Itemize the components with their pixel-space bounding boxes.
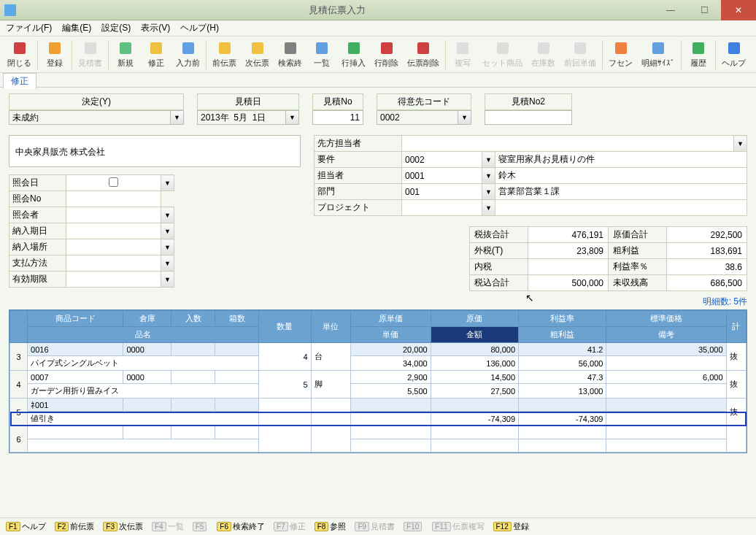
table-row[interactable]: ガーデン用折り畳みイス 5,500 27,500 13,000 [10,384,747,399]
table-row[interactable]: 6 [10,426,747,439]
toolbar-button[interactable]: ヘルプ [717,38,750,72]
toolbar-button[interactable]: 行挿入 [337,38,370,72]
inquiry-table: 照会日▼ 照会No 照会者▼ 納入期日▼ 納入場所▼ 支払方法▼ 有効期限▼ [9,174,174,288]
toolbar-label: 前回単価 [564,58,596,69]
subject-code[interactable]: 0002 [402,152,482,168]
function-key: F7修正 [274,521,306,532]
dropdown-icon[interactable]: ▼ [161,207,174,223]
function-key[interactable]: F1ヘルプ [6,521,46,532]
dropdown-icon[interactable]: ▼ [458,110,471,125]
fkey-badge: F5 [193,522,207,531]
fkey-label: 参照 [330,521,346,532]
toolbar-icon [180,40,196,56]
toolbar-label: 明細ｻｲｽﾞ [641,58,675,69]
toolbar-button[interactable]: 明細ｻｲｽﾞ [637,38,679,72]
inquiry-date-check[interactable] [69,177,158,187]
estimate-no-value[interactable]: 11 [312,110,363,125]
rep-text[interactable]: 鈴木 [495,168,747,184]
fkey-label: 前伝票 [70,521,94,532]
dropdown-icon[interactable]: ▼ [286,110,299,125]
maximize-button[interactable]: ☐ [687,0,721,20]
dept-code[interactable]: 001 [402,184,482,200]
dropdown-icon[interactable]: ▼ [482,200,495,216]
estimate-date-input[interactable] [197,110,286,125]
toolbar-label: 伝票削除 [407,58,439,69]
menu-settings[interactable]: 設定(S) [101,22,131,34]
svg-rect-6 [219,42,231,54]
svg-rect-20 [728,42,740,54]
table-row[interactable]: 値引き -74,309 -74,309 [10,412,747,426]
company-name: 中央家具販売 株式会社 [9,135,301,167]
dropdown-icon[interactable]: ▼ [161,239,174,255]
function-key[interactable]: F12登録 [493,521,529,532]
toolbar-button[interactable]: 一覧 [306,38,337,72]
menu-help[interactable]: ヘルプ(H) [180,22,219,34]
svg-rect-8 [285,42,296,54]
customer-code-input[interactable] [377,110,458,125]
toolbar-button[interactable]: フセン [604,38,637,72]
toolbar-icon [282,40,298,56]
mode-bar: 修正 [0,73,756,88]
inquiry-no-label: 照会No [9,191,66,207]
titlebar: 見積伝票入力 — ☐ ✕ [0,0,756,20]
fkey-badge: F1 [6,522,20,531]
toolbar-button[interactable]: 伝票削除 [403,38,444,72]
customer-code-label: 得意先コード [377,93,471,110]
close-button[interactable]: ✕ [721,0,756,20]
decision-input[interactable] [9,110,171,125]
dropdown-icon[interactable]: ▼ [482,184,495,200]
minimize-button[interactable]: — [654,0,687,20]
toolbar-icon [250,40,266,56]
function-key[interactable]: F2前伝票 [55,521,95,532]
dropdown-icon[interactable]: ▼ [161,223,174,239]
toolbar-button: 前回単価 [560,38,601,72]
dropdown-icon[interactable]: ▼ [482,152,495,168]
fkey-label: 検索終了 [233,521,265,532]
subject-text[interactable]: 寝室用家具お見積りの件 [495,152,747,168]
toolbar-button[interactable]: 検索終 [274,38,306,72]
mode-tab[interactable]: 修正 [3,73,36,89]
toolbar-icon [47,40,63,56]
dropdown-icon[interactable]: ▼ [161,255,174,272]
function-key[interactable]: F6検索終了 [217,521,265,532]
toolbar-button[interactable]: 行削除 [370,38,403,72]
toolbar-label: 複写 [455,58,471,69]
menubar: ファイル(F) 編集(E) 設定(S) 表示(V) ヘルプ(H) [0,20,756,36]
toolbar-icon [690,40,706,56]
table-row[interactable]: パイプ式シングルベット 34,000 136,000 56,000 [10,356,747,371]
dropdown-icon[interactable]: ▼ [161,175,174,191]
svg-rect-11 [381,42,393,54]
table-row[interactable]: 4 0007 0000 5 脚 2,900 14,500 47.3 6,000 … [10,371,747,384]
toolbar-button[interactable]: 修正 [141,38,171,72]
toolbar-button[interactable]: 前伝票 [208,38,241,72]
toolbar-button[interactable]: 新規 [110,38,141,72]
table-row[interactable]: 3 0016 0000 4 台 20,000 80,000 41.2 35,00… [10,343,747,356]
toolbar-label: フセン [609,58,633,69]
dropdown-icon[interactable]: ▼ [482,168,495,184]
fkey-label: 次伝票 [119,521,143,532]
dropdown-icon[interactable]: ▼ [161,272,174,288]
dropdown-icon[interactable]: ▼ [734,136,747,152]
toolbar-button[interactable]: 登録 [39,38,70,72]
delivery-date-label: 納入期日 [9,223,66,239]
toolbar-label: 登録 [47,58,63,69]
menu-view[interactable]: 表示(V) [141,22,170,34]
dept-text[interactable]: 営業部営業１課 [495,184,747,200]
menu-edit[interactable]: 編集(E) [62,22,91,34]
totals-table: 税抜合計476,191原価合計292,500 外税(T)23,809粗利益183… [469,226,747,291]
rep-code[interactable]: 0001 [402,168,482,184]
fkey-badge: F6 [217,522,231,531]
toolbar-button[interactable]: 入力前 [171,38,204,72]
function-key[interactable]: F3次伝票 [103,521,143,532]
function-key[interactable]: F8参照 [315,521,347,532]
detail-grid[interactable]: 商品コード 倉庫 入数 箱数 数量 単位 原単価 原価 利益率 標準価格 計 品… [9,309,747,453]
table-row[interactable] [10,439,747,453]
fkey-label: 伝票複写 [452,521,485,532]
estimate-no2-value[interactable] [485,110,572,125]
table-row[interactable]: 5 ﾈ001 抜 [10,399,747,412]
toolbar-button[interactable]: 履歴 [683,38,714,72]
toolbar-button[interactable]: 閉じる [3,38,36,72]
menu-file[interactable]: ファイル(F) [6,22,52,34]
dropdown-icon[interactable]: ▼ [171,110,184,125]
toolbar-button[interactable]: 次伝票 [241,38,274,72]
